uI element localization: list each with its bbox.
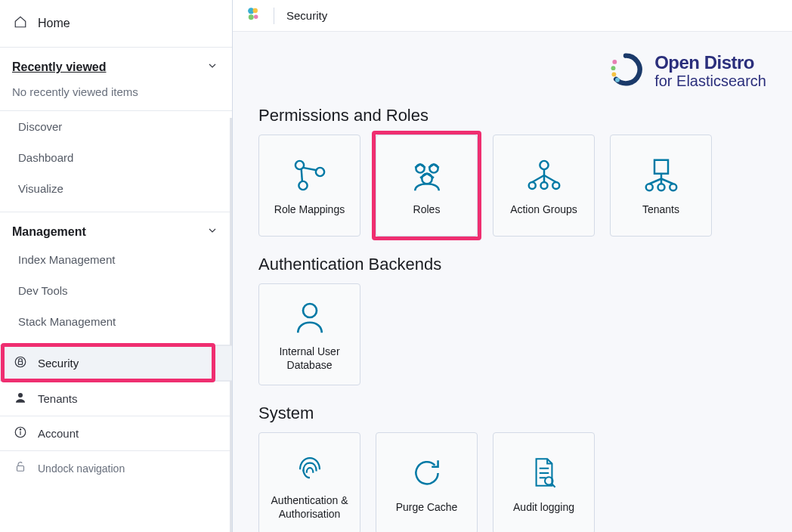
- card-tenants-label: Tenants: [638, 203, 684, 217]
- card-internal-users-label: Internal User Database: [259, 345, 360, 372]
- nav-visualize[interactable]: Visualize: [0, 173, 232, 204]
- svg-rect-6: [17, 466, 24, 472]
- action-groups-icon: [524, 155, 565, 196]
- nav-dev-tools-label: Dev Tools: [18, 284, 68, 297]
- nav-dev-tools[interactable]: Dev Tools: [0, 275, 232, 306]
- svg-point-25: [540, 182, 547, 189]
- svg-rect-28: [654, 160, 668, 174]
- nav-discover[interactable]: Discover: [0, 111, 232, 142]
- nav-tenants[interactable]: Tenants: [0, 382, 232, 416]
- recently-viewed-section: Recently viewed No recently viewed items: [0, 48, 232, 111]
- recently-viewed-empty: No recently viewed items: [0, 79, 232, 110]
- topbar: Security: [233, 0, 792, 32]
- lock-icon: [14, 355, 27, 371]
- home-icon: [14, 15, 27, 32]
- card-audit-logging[interactable]: Audit logging: [493, 432, 595, 532]
- auth-card-row: Internal User Database: [258, 283, 766, 385]
- nav-tenants-label: Tenants: [38, 392, 78, 405]
- svg-point-13: [612, 73, 617, 77]
- nav-index-management[interactable]: Index Management: [0, 244, 232, 275]
- management-section: Management Index Management Dev Tools St…: [0, 212, 232, 345]
- fingerprint-icon: [289, 446, 330, 487]
- card-action-groups-label: Action Groups: [506, 203, 582, 217]
- sidebar: Home Recently viewed No recently viewed …: [0, 0, 233, 532]
- recently-viewed-toggle[interactable]: Recently viewed: [0, 48, 232, 79]
- internal-users-icon: [289, 297, 330, 338]
- nav-visualize-label: Visualize: [18, 182, 63, 195]
- svg-point-9: [249, 14, 254, 20]
- user-icon: [14, 391, 27, 407]
- svg-point-29: [645, 184, 652, 190]
- nav-account-label: Account: [38, 427, 79, 440]
- svg-point-31: [670, 184, 676, 190]
- roles-icon: [407, 155, 447, 196]
- main: Security Open Distro for Elasticsearch: [233, 0, 792, 532]
- management-title: Management: [12, 225, 86, 239]
- nav-security-wrapper: Security: [0, 345, 232, 381]
- nav-undock-label: Undock navigation: [38, 462, 125, 475]
- svg-line-38: [552, 484, 555, 487]
- chevron-down-icon: [206, 60, 218, 75]
- role-mappings-icon: [289, 155, 330, 196]
- tenants-icon: [641, 155, 682, 196]
- card-action-groups[interactable]: Action Groups: [493, 135, 595, 237]
- breadcrumb-security[interactable]: Security: [286, 9, 327, 22]
- svg-point-24: [528, 182, 535, 189]
- scrollbar-track: [230, 118, 232, 532]
- card-authn-label: Authentication & Authorisation: [259, 494, 360, 521]
- brand-line2: for Elasticsearch: [654, 73, 766, 89]
- card-role-mappings-label: Role Mappings: [270, 203, 349, 217]
- card-internal-users[interactable]: Internal User Database: [258, 283, 360, 385]
- card-role-mappings[interactable]: Role Mappings: [258, 135, 360, 237]
- topbar-separator: [274, 8, 274, 24]
- nav-account[interactable]: Account: [0, 416, 232, 450]
- svg-rect-1: [18, 361, 22, 364]
- brand-block: Open Distro for Elasticsearch: [258, 53, 766, 89]
- svg-point-33: [303, 304, 317, 317]
- svg-line-19: [301, 169, 302, 181]
- svg-point-26: [552, 182, 559, 189]
- chevron-down-icon: [206, 224, 218, 240]
- card-authn[interactable]: Authentication & Authorisation: [258, 432, 360, 532]
- management-toggle[interactable]: Management: [0, 212, 232, 244]
- svg-line-18: [303, 168, 317, 170]
- open-distro-logo-icon: [609, 53, 642, 89]
- nav-undock[interactable]: Undock navigation: [0, 451, 232, 485]
- svg-point-8: [253, 8, 258, 12]
- card-roles[interactable]: Roles: [376, 135, 478, 237]
- kibana-logo-icon[interactable]: [245, 6, 261, 26]
- nav-index-management-label: Index Management: [18, 253, 115, 266]
- nav-home-label: Home: [38, 17, 70, 30]
- nav-stack-management-label: Stack Management: [18, 315, 116, 328]
- svg-point-17: [299, 181, 307, 190]
- svg-point-12: [611, 66, 616, 70]
- card-audit-label: Audit logging: [509, 501, 579, 515]
- card-tenants[interactable]: Tenants: [610, 135, 712, 237]
- nav-stack-management[interactable]: Stack Management: [0, 306, 232, 337]
- nav-dashboard[interactable]: Dashboard: [0, 142, 232, 173]
- recently-viewed-title: Recently viewed: [12, 60, 107, 74]
- svg-point-5: [20, 429, 21, 431]
- nav-home[interactable]: Home: [0, 0, 232, 48]
- heading-auth: Authentication Backends: [258, 255, 766, 274]
- refresh-icon: [407, 453, 447, 493]
- permissions-card-row: Role Mappings Roles: [258, 135, 766, 237]
- heading-system: System: [258, 404, 766, 423]
- svg-point-16: [315, 168, 323, 176]
- nav-security-label: Security: [38, 357, 79, 370]
- card-purge-cache[interactable]: Purge Cache: [376, 432, 478, 532]
- lock-open-icon: [14, 460, 27, 476]
- nav-security[interactable]: Security: [0, 345, 232, 381]
- brand-line1: Open Distro: [654, 53, 766, 73]
- svg-point-30: [657, 184, 664, 190]
- svg-point-23: [540, 161, 548, 169]
- nav-dashboard-label: Dashboard: [18, 151, 73, 164]
- svg-point-14: [615, 78, 620, 82]
- card-purge-label: Purge Cache: [391, 501, 463, 515]
- svg-point-2: [18, 393, 23, 397]
- nav-discover-label: Discover: [18, 120, 62, 133]
- svg-point-11: [613, 60, 617, 64]
- card-roles-label: Roles: [409, 203, 445, 217]
- kibana-section: Discover Dashboard Visualize: [0, 111, 232, 212]
- heading-permissions: Permissions and Roles: [258, 106, 766, 125]
